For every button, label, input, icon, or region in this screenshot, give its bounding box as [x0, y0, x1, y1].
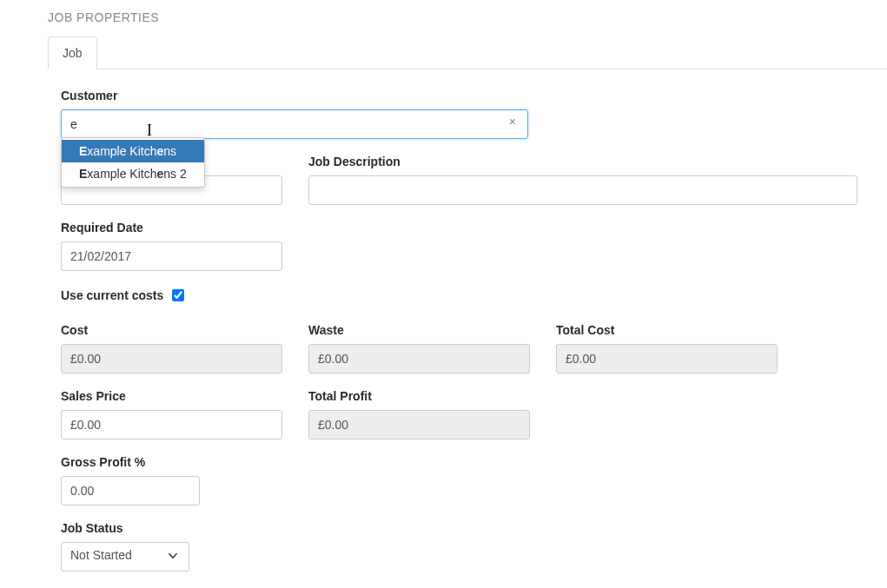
use-current-costs-checkbox[interactable] — [172, 289, 184, 301]
required-date-input[interactable] — [61, 241, 282, 271]
customer-label: Customer — [61, 89, 528, 102]
highlight: E — [79, 167, 87, 181]
total-cost-input — [556, 344, 778, 373]
highlight: E — [79, 144, 87, 158]
clear-icon[interactable]: × — [509, 116, 516, 128]
autocomplete-option[interactable]: Example Kitchens — [62, 140, 204, 162]
tab-job[interactable]: Job — [48, 36, 97, 69]
customer-autocomplete-dropdown: Example Kitchens Example Kitchens 2 — [61, 137, 205, 188]
job-status-label: Job Status — [61, 521, 189, 535]
use-current-costs-label[interactable]: Use current costs — [61, 287, 187, 304]
job-status-select[interactable]: Not Started — [61, 542, 189, 571]
cost-input — [61, 344, 282, 373]
total-profit-input — [308, 410, 530, 439]
sales-price-input[interactable] — [61, 410, 282, 439]
page-title: JOB PROPERTIES — [48, 10, 887, 24]
customer-input[interactable] — [61, 109, 528, 139]
sales-price-label: Sales Price — [61, 389, 282, 403]
total-profit-label: Total Profit — [308, 389, 530, 403]
job-description-label: Job Description — [308, 155, 874, 168]
cost-label: Cost — [61, 323, 282, 337]
waste-label: Waste — [308, 323, 530, 337]
required-date-label: Required Date — [61, 221, 282, 235]
gross-profit-pct-label: Gross Profit % — [61, 455, 200, 469]
tab-bar: Job — [48, 36, 887, 69]
form-area: Customer × I Example Kitchens Example Ki… — [48, 69, 887, 588]
autocomplete-option[interactable]: Example Kitchens 2 — [62, 162, 204, 185]
job-description-input[interactable] — [308, 175, 857, 205]
waste-input — [308, 344, 530, 373]
total-cost-label: Total Cost — [556, 323, 778, 337]
gross-profit-pct-input[interactable] — [61, 476, 200, 505]
